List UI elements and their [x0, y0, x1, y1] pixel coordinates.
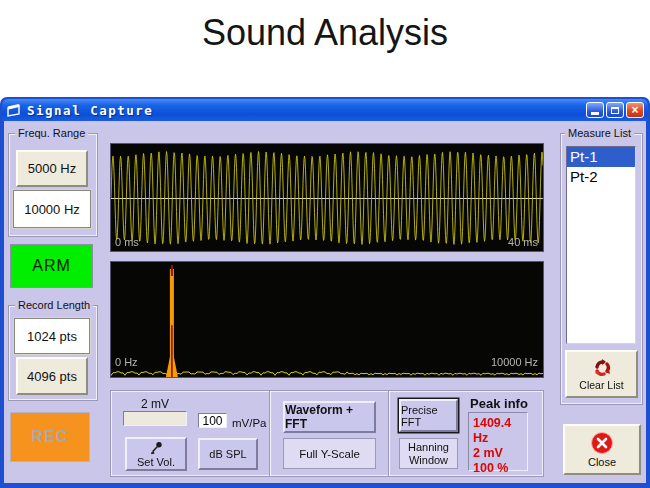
level-label: 2 mV: [123, 397, 187, 411]
waveform-plot: [111, 144, 543, 251]
recycle-icon: [591, 358, 613, 378]
hanning-window-button[interactable]: Hanning Window: [399, 438, 458, 469]
peak-info-box: 1409.4 Hz 2 mV 100 %: [468, 412, 528, 471]
rec-button[interactable]: REC: [10, 412, 90, 462]
db-spl-button[interactable]: dB SPL: [198, 438, 258, 470]
microphone-icon: [149, 441, 164, 455]
record-1024pts-label: 1024 pts: [27, 329, 77, 344]
freq-10000hz-button[interactable]: 10000 Hz: [13, 190, 91, 228]
close-circle-icon: [590, 431, 614, 455]
spectrum-freq-end-label: 10000 Hz: [491, 357, 538, 368]
set-vol-button[interactable]: Set Vol.: [125, 437, 187, 471]
close-x-icon: ×: [631, 104, 638, 116]
close-button[interactable]: Close: [563, 424, 641, 475]
list-item-pt1[interactable]: Pt-1: [567, 147, 635, 167]
signal-capture-window: Signal Capture × Frequ. Range 5000 Hz 10…: [0, 97, 650, 488]
sensitivity-unit-label: mV/Pa: [232, 417, 267, 429]
hanning-label-line2: Window: [409, 454, 448, 466]
close-label: Close: [588, 456, 616, 468]
peak-percent-value: 100 %: [473, 461, 523, 476]
record-4096pts-label: 4096 pts: [27, 369, 77, 384]
full-y-scale-label: Full Y-Scale: [299, 448, 360, 460]
hanning-label-line1: Hanning: [408, 441, 449, 453]
sensitivity-input[interactable]: [198, 413, 227, 428]
window-titlebar: Signal Capture ×: [2, 99, 648, 121]
peak-frequency-value: 1409.4 Hz: [473, 416, 523, 446]
waveform-fft-button[interactable]: Waveform + FFT: [283, 401, 376, 433]
freq-10000hz-label: 10000 Hz: [24, 202, 80, 217]
frequency-range-label: Frequ. Range: [15, 127, 88, 139]
freq-5000hz-button[interactable]: 5000 Hz: [16, 150, 88, 187]
strip-divider-1: [269, 391, 270, 476]
window-form-icon: [6, 104, 21, 117]
record-1024pts-button[interactable]: 1024 pts: [14, 318, 90, 354]
minimize-button[interactable]: [586, 102, 604, 118]
db-spl-label: dB SPL: [209, 448, 246, 460]
bottom-control-strip: 2 mV mV/Pa Set Vol. dB SPL Waveform + FF…: [110, 390, 544, 477]
measure-list-label: Measure List: [565, 127, 634, 139]
freq-5000hz-label: 5000 Hz: [28, 161, 76, 176]
spectrum-freq-start-label: 0 Hz: [115, 357, 138, 368]
level-meter: [123, 411, 187, 426]
measure-listbox[interactable]: Pt-1 Pt-2: [566, 146, 636, 344]
titlebar-buttons: ×: [586, 102, 644, 118]
waveform-fft-label: Waveform + FFT: [285, 403, 374, 431]
screen: Sound Analysis Signal Capture × Frequ. R…: [0, 0, 650, 488]
peak-info-label: Peak info: [469, 396, 529, 411]
maximize-button[interactable]: [606, 102, 624, 118]
clear-list-button[interactable]: Clear List: [565, 350, 638, 398]
peak-amplitude-value: 2 mV: [473, 446, 523, 461]
arm-label: ARM: [32, 257, 71, 275]
precise-fft-button[interactable]: Precise FFT: [399, 399, 458, 432]
maximize-icon: [611, 107, 619, 114]
full-y-scale-button[interactable]: Full Y-Scale: [283, 438, 376, 469]
minimize-icon: [591, 112, 599, 115]
record-4096pts-button[interactable]: 4096 pts: [16, 357, 88, 395]
window-close-button[interactable]: ×: [626, 102, 644, 118]
page-title: Sound Analysis: [0, 12, 650, 54]
precise-fft-label: Precise FFT: [401, 404, 456, 428]
window-title: Signal Capture: [27, 103, 153, 118]
spectrum-display: 0 Hz 10000 Hz: [110, 261, 544, 378]
record-length-label: Record Length: [15, 299, 93, 311]
set-vol-label: Set Vol.: [137, 456, 175, 468]
spectrum-plot: [111, 262, 543, 377]
rec-label: REC: [32, 428, 69, 446]
arm-button[interactable]: ARM: [10, 244, 93, 288]
waveform-time-start-label: 0 ms: [115, 237, 139, 248]
waveform-time-end-label: 40 ms: [508, 237, 538, 248]
list-item-pt2[interactable]: Pt-2: [567, 167, 635, 187]
waveform-display: 0 ms 40 ms: [110, 143, 544, 252]
clear-list-label: Clear List: [579, 379, 623, 391]
strip-divider-2: [388, 391, 389, 476]
measure-list-group: Measure List Pt-1 Pt-2 Clear List: [560, 133, 643, 405]
